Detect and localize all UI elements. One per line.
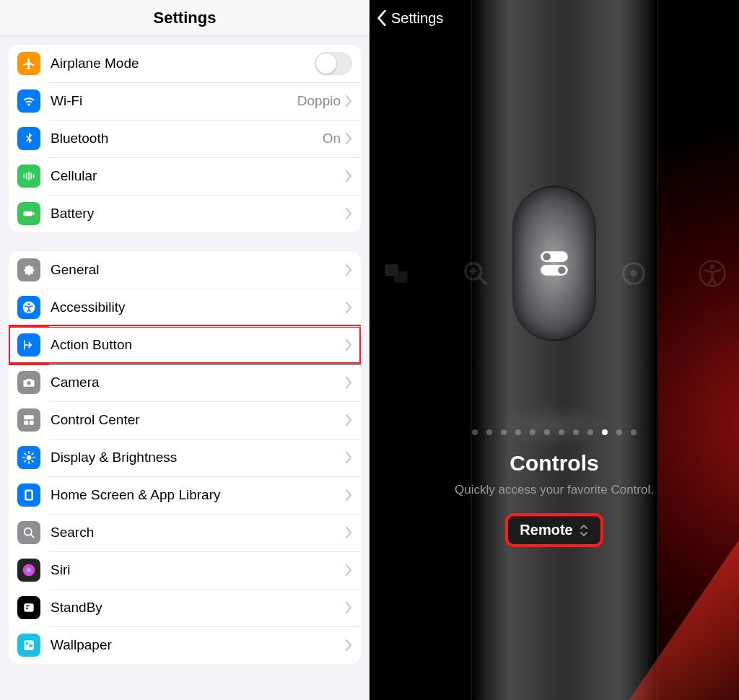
airplane-switch[interactable] (315, 52, 352, 75)
settings-row-actionbutton[interactable]: Action Button (9, 326, 361, 364)
siri-icon (17, 559, 40, 582)
settings-row-accessibility[interactable]: Accessibility (9, 289, 361, 326)
svg-rect-1 (394, 271, 408, 283)
svg-point-11 (543, 253, 550, 260)
settings-row-value: On (323, 131, 341, 146)
page-dot[interactable] (602, 429, 608, 435)
page-dot[interactable] (573, 429, 579, 435)
settings-row-search[interactable]: Search (9, 514, 361, 551)
chevron-right-icon (345, 527, 352, 538)
control-picker[interactable]: Remote (507, 515, 601, 546)
cellular-icon (17, 165, 40, 188)
settings-row-label: StandBy (51, 600, 345, 616)
settings-row-siri[interactable]: Siri (9, 551, 361, 589)
settings-row-camera[interactable]: Camera (9, 364, 361, 401)
page-dot[interactable] (616, 429, 622, 435)
chevron-right-icon (345, 489, 352, 501)
settings-row-wifi[interactable]: Wi-FiDoppio (9, 82, 361, 120)
battery-icon (17, 202, 40, 225)
settings-row-label: Home Screen & App Library (51, 487, 345, 503)
chevron-right-icon (345, 564, 352, 576)
settings-row-label: Accessibility (51, 299, 345, 315)
settings-row-label: Bluetooth (51, 131, 323, 146)
bluetooth-icon (17, 127, 40, 150)
back-button[interactable]: Settings (377, 10, 443, 27)
settings-row-standby[interactable]: StandBy (9, 589, 361, 626)
chevron-right-icon (345, 339, 352, 351)
action-button-render (515, 188, 594, 339)
chevron-right-icon (345, 377, 352, 388)
settings-row-label: Display & Brightness (51, 450, 345, 465)
settings-list-pane: Settings Airplane ModeWi-FiDoppioBluetoo… (0, 0, 370, 700)
settings-row-label: Cellular (51, 168, 345, 184)
settings-row-general[interactable]: General (9, 251, 361, 289)
page-dot[interactable] (631, 429, 637, 435)
page-dot[interactable] (472, 429, 478, 435)
translate-icon (382, 260, 410, 287)
settings-group-general: GeneralAccessibilityAction ButtonCameraC… (9, 251, 361, 664)
chevron-right-icon (345, 302, 352, 313)
settings-row-label: Search (51, 525, 345, 541)
search-icon (17, 521, 40, 544)
chevron-right-icon (345, 208, 352, 219)
svg-point-13 (558, 266, 565, 274)
settings-group-connectivity: Airplane ModeWi-FiDoppioBluetoothOnCellu… (9, 45, 361, 232)
settings-row-battery[interactable]: Battery (9, 195, 361, 232)
chevron-right-icon (345, 95, 352, 107)
accessibility-icon (17, 296, 40, 319)
chevron-right-icon (345, 414, 352, 426)
chevron-right-icon (345, 602, 352, 613)
page-dot[interactable] (501, 429, 507, 435)
page-dots[interactable] (370, 429, 739, 435)
page-dot[interactable] (544, 429, 550, 435)
wallpaper-icon (17, 634, 40, 657)
brightness-icon (17, 446, 40, 469)
settings-row-cellular[interactable]: Cellular (9, 157, 361, 195)
settings-row-label: Action Button (51, 337, 345, 353)
settings-title: Settings (154, 9, 217, 27)
controls-title: Controls (370, 451, 739, 476)
settings-scroll[interactable]: Airplane ModeWi-FiDoppioBluetoothOnCellu… (0, 36, 370, 700)
svg-point-7 (630, 270, 637, 277)
settings-row-label: Airplane Mode (51, 56, 315, 71)
settings-header: Settings (0, 0, 370, 36)
action-button-header: Settings (370, 0, 739, 36)
camera-icon (17, 371, 40, 394)
standby-icon (17, 596, 40, 619)
chevron-right-icon (345, 639, 352, 651)
settings-row-controlcenter[interactable]: Control Center (9, 401, 361, 439)
wifi-icon (17, 89, 40, 113)
magnifier-plus-icon (462, 260, 489, 287)
settings-row-label: Control Center (51, 412, 345, 428)
settings-row-bluetooth[interactable]: BluetoothOn (9, 120, 361, 157)
page-dot[interactable] (515, 429, 521, 435)
settings-row-label: Wi-Fi (51, 93, 297, 109)
chevron-right-icon (345, 452, 352, 463)
settings-row-label: Siri (51, 562, 345, 578)
settings-row-value: Doppio (297, 93, 341, 109)
accessibility-icon (699, 260, 726, 287)
page-dot[interactable] (587, 429, 593, 435)
controls-subtitle: Quickly access your favorite Control. (370, 483, 739, 497)
gear-icon (17, 258, 40, 281)
settings-row-label: Camera (51, 375, 345, 390)
home-screen-icon (17, 484, 40, 507)
page-dot[interactable] (486, 429, 492, 435)
settings-row-wallpaper[interactable]: Wallpaper (9, 626, 361, 664)
settings-row-label: Wallpaper (51, 637, 345, 653)
chevron-right-icon (345, 133, 352, 144)
controls-block: Controls Quickly access your favorite Co… (370, 451, 739, 546)
control-center-icon (17, 408, 40, 432)
switches-icon (536, 245, 572, 281)
phone-edge-render (471, 0, 658, 700)
control-picker-value: Remote (520, 522, 572, 538)
settings-row-airplane[interactable]: Airplane Mode (9, 45, 361, 82)
circle-dot-icon (620, 260, 647, 287)
settings-row-display[interactable]: Display & Brightness (9, 439, 361, 476)
action-button-pane: Settings Controls Qui (370, 0, 739, 700)
page-dot[interactable] (530, 429, 535, 435)
settings-row-homescreen[interactable]: Home Screen & App Library (9, 476, 361, 514)
decorative-glow-bottom (497, 404, 612, 447)
chevron-up-down-icon (579, 524, 589, 537)
page-dot[interactable] (559, 429, 564, 435)
